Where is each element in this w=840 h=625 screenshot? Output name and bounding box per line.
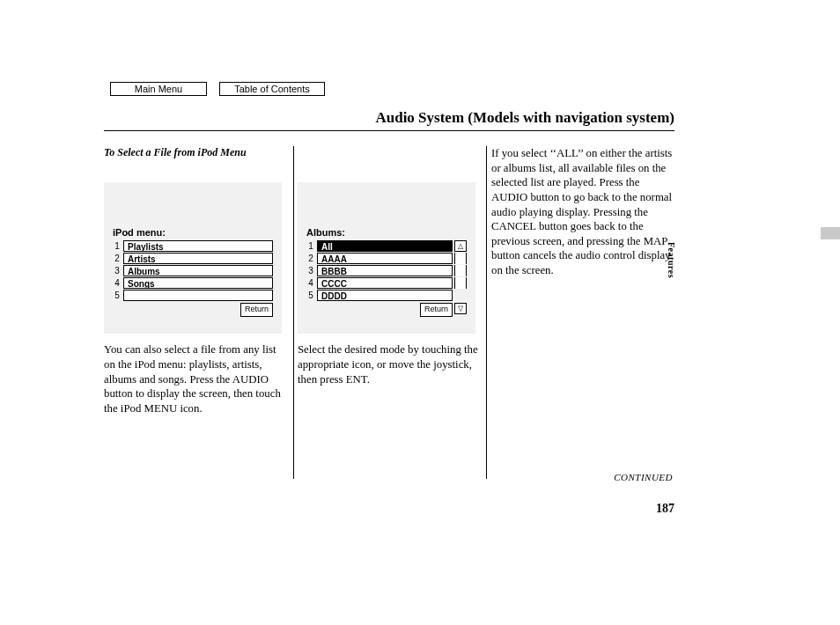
ipod-menu-item-playlists[interactable]: Playlists <box>123 240 273 252</box>
column-2-paragraph: Select the desired mode by touching the … <box>298 342 483 386</box>
scroll-track <box>454 265 467 276</box>
table-of-contents-button[interactable]: Table of Contents <box>219 82 325 96</box>
top-nav: Main Menu Table of Contents <box>110 82 325 96</box>
column-2: . Albums: 1All△ 2AAAA 3BBBB 4CCCC 5DDDD … <box>298 146 483 386</box>
section-tab-label: Features <box>667 242 676 278</box>
row-number: 2 <box>306 254 315 265</box>
ipod-menu-item-albums[interactable]: Albums <box>123 265 273 276</box>
row-number: 3 <box>113 266 122 277</box>
row-number: 4 <box>113 278 122 290</box>
scroll-down-icon[interactable]: ▽ <box>454 303 467 314</box>
ipod-menu-item-artists[interactable]: Artists <box>123 253 273 264</box>
column-divider-1 <box>293 146 294 479</box>
row-number: 4 <box>306 278 315 290</box>
page-title: Audio System (Models with navigation sys… <box>375 109 674 127</box>
albums-screenshot: Albums: 1All△ 2AAAA 3BBBB 4CCCC 5DDDD Re… <box>298 182 475 334</box>
albums-title: Albums: <box>306 226 467 239</box>
return-button[interactable]: Return <box>420 303 453 317</box>
section-subhead: To Select a File from iPod Menu <box>104 146 289 159</box>
ipod-menu-screenshot: iPod menu: 1Playlists 2Artists 3Albums 4… <box>104 182 282 334</box>
row-number: 3 <box>306 266 315 277</box>
album-item-all[interactable]: All <box>317 240 453 252</box>
ipod-menu-item-songs[interactable]: Songs <box>123 277 273 289</box>
thumb-tab <box>821 227 840 239</box>
return-button[interactable]: Return <box>240 303 273 317</box>
album-item[interactable]: CCCC <box>317 277 453 289</box>
scroll-track <box>454 277 467 289</box>
row-number: 5 <box>113 290 122 302</box>
row-number: 2 <box>113 254 122 265</box>
row-number: 5 <box>306 290 315 302</box>
column-1: To Select a File from iPod Menu iPod men… <box>104 146 289 415</box>
column-1-paragraph: You can also select a file from any list… <box>104 342 289 415</box>
ipod-menu-title: iPod menu: <box>113 226 273 239</box>
ipod-menu-item-empty[interactable] <box>123 290 273 301</box>
title-rule <box>104 130 674 131</box>
album-item[interactable]: AAAA <box>317 253 453 264</box>
row-number: 1 <box>113 241 122 253</box>
column-3-paragraph: If you select ‘‘ALL’’ on either the arti… <box>491 146 676 278</box>
row-number: 1 <box>306 241 315 253</box>
column-divider-2 <box>486 146 487 479</box>
scroll-up-icon[interactable]: △ <box>454 240 467 252</box>
album-item[interactable]: BBBB <box>317 265 453 276</box>
album-item[interactable]: DDDD <box>317 290 453 301</box>
column-3: If you select ‘‘ALL’’ on either the arti… <box>491 146 676 278</box>
page-number: 187 <box>656 502 674 516</box>
scroll-track <box>454 253 467 264</box>
main-menu-button[interactable]: Main Menu <box>110 82 207 96</box>
continued-label: CONTINUED <box>614 472 673 482</box>
